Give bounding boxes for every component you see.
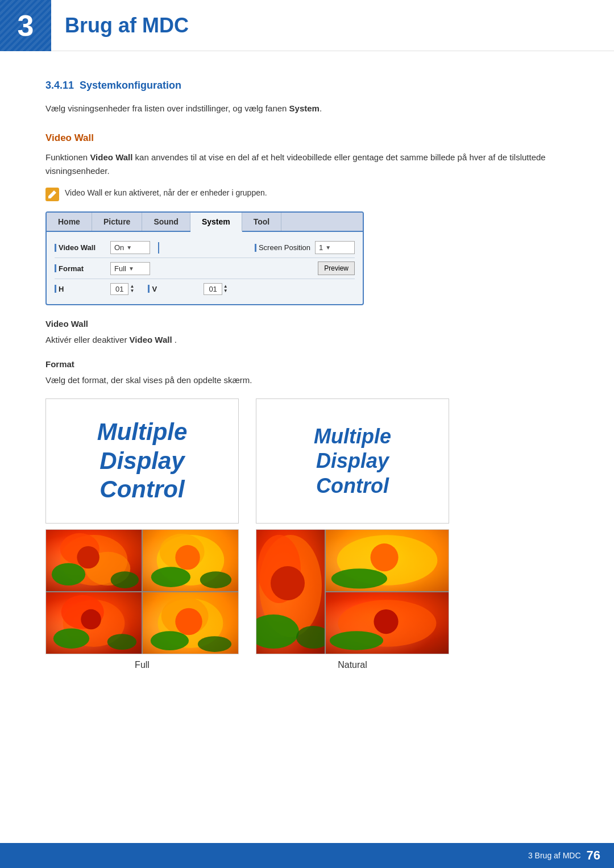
- video-wall-dropdown[interactable]: On ▼: [110, 241, 150, 254]
- svg-point-13: [81, 609, 101, 630]
- svg-point-10: [200, 571, 231, 588]
- svg-point-18: [175, 608, 202, 635]
- svg-point-9: [151, 567, 190, 587]
- video-wall-item-desc: Aktivér eller deaktiver Video Wall .: [45, 333, 569, 347]
- svg-point-23: [271, 566, 305, 600]
- chapter-number-block: 3: [0, 0, 51, 51]
- ui-row-videowall: Video Wall On ▼ Screen Position 1 ▼: [55, 238, 355, 258]
- svg-point-31: [330, 631, 383, 650]
- dropdown-arrow-3: ▼: [128, 265, 134, 272]
- format-natural-block: Multiple Display Control: [256, 398, 449, 670]
- screen-position-dropdown[interactable]: 1 ▼: [315, 241, 355, 254]
- svg-point-30: [374, 609, 398, 634]
- format-item-desc: Vælg det format, der skal vises på den o…: [45, 373, 569, 387]
- photo-cell-n1: [256, 529, 325, 654]
- preview-button[interactable]: Preview: [318, 261, 355, 275]
- tab-home[interactable]: Home: [47, 213, 92, 231]
- h-stepper-arrows[interactable]: ▲▼: [130, 284, 134, 293]
- section-number: 3.4.11: [45, 80, 74, 91]
- h-stepper[interactable]: 01 ▲▼: [110, 283, 134, 295]
- photo-cell-1: [46, 529, 142, 591]
- svg-point-20: [198, 636, 231, 652]
- v-value: 01: [204, 283, 222, 295]
- h-value: 01: [110, 283, 128, 295]
- flower-svg-1: [46, 529, 142, 591]
- ui-panel: Home Picture Sound System Tool Video Wal…: [45, 211, 364, 305]
- video-wall-item-heading: Video Wall: [45, 319, 569, 329]
- dropdown-arrow: ▼: [126, 244, 132, 251]
- format-full-image-top: Multiple Display Control: [45, 398, 239, 524]
- screen-position-value: 1: [319, 243, 323, 252]
- flower-svg-4: [143, 592, 238, 654]
- h-label: H: [55, 285, 106, 293]
- photo-cell-n3: [326, 592, 449, 654]
- header-banner: 3 Brug af MDC: [0, 0, 614, 51]
- subsection-video-wall-heading: Video Wall: [45, 132, 569, 144]
- flower-svg-n3: [326, 592, 449, 654]
- natural-label: Natural: [338, 660, 367, 670]
- footer-page: 76: [587, 848, 600, 863]
- format-value: Full: [114, 264, 126, 273]
- v-stepper-arrows[interactable]: ▲▼: [223, 284, 228, 293]
- note-box: Video Wall er kun aktiveret, når der er …: [45, 187, 569, 201]
- svg-point-14: [53, 628, 89, 649]
- row-divider: [158, 242, 159, 254]
- section-intro: Vælg visningsenheder fra listen over ind…: [45, 102, 569, 115]
- format-dropdown[interactable]: Full ▼: [110, 262, 150, 275]
- flower-svg-n1: [256, 529, 325, 654]
- screen-position-label: Screen Position: [255, 243, 310, 252]
- flower-svg-n2: [326, 529, 449, 591]
- svg-point-5: [111, 571, 139, 588]
- v-label: V: [148, 285, 199, 293]
- svg-point-15: [107, 634, 136, 650]
- video-wall-value: On: [114, 243, 124, 252]
- label-bar-4: [55, 285, 56, 293]
- mdc-logo-full: Multiple Display Control: [97, 418, 188, 504]
- tab-tool[interactable]: Tool: [242, 213, 282, 231]
- photo-grid-natural: [256, 529, 449, 654]
- photo-grid-full: [46, 529, 238, 654]
- format-images-row: Multiple Display Control: [45, 398, 569, 670]
- ui-panel-body: Video Wall On ▼ Screen Position 1 ▼: [47, 232, 363, 304]
- video-wall-description: Funktionen Video Wall kan anvendes til a…: [45, 151, 569, 178]
- chapter-number: 3: [18, 9, 34, 43]
- format-natural-image-top: Multiple Display Control: [256, 398, 449, 524]
- ui-row-format: Format Full ▼ Preview: [55, 258, 355, 279]
- flower-svg-3: [46, 592, 142, 654]
- note-text: Video Wall er kun aktiveret, når der er …: [65, 187, 267, 199]
- svg-point-27: [371, 543, 399, 571]
- chapter-title: Brug af MDC: [51, 14, 189, 38]
- svg-point-8: [175, 545, 200, 570]
- tab-system[interactable]: System: [190, 213, 242, 232]
- tab-sound[interactable]: Sound: [142, 213, 190, 231]
- format-natural-image-bottom: [256, 529, 449, 654]
- section-title: Systemkonfiguration: [80, 80, 181, 91]
- screen-position-group: Screen Position 1 ▼: [255, 241, 355, 254]
- mdc-logo-natural: Multiple Display Control: [314, 424, 391, 498]
- svg-point-4: [52, 563, 85, 585]
- photo-cell-n2: [326, 529, 449, 591]
- format-full-image-bottom: [45, 529, 239, 654]
- main-content: 3.4.11 Systemkonfiguration Vælg visnings…: [0, 51, 614, 716]
- ui-panel-tabs: Home Picture Sound System Tool: [47, 213, 363, 232]
- svg-point-19: [151, 631, 189, 650]
- flower-svg-2: [143, 529, 238, 591]
- photo-cell-2: [143, 529, 238, 591]
- format-full-block: Multiple Display Control: [45, 398, 239, 670]
- svg-point-3: [77, 546, 99, 569]
- ui-row-hv: H 01 ▲▼ V 01 ▲▼: [55, 279, 355, 298]
- v-stepper[interactable]: 01 ▲▼: [204, 283, 227, 295]
- section-heading: 3.4.11 Systemkonfiguration: [45, 80, 569, 92]
- pencil-icon: [48, 190, 57, 199]
- tab-picture[interactable]: Picture: [92, 213, 142, 231]
- video-wall-label: Video Wall: [55, 243, 106, 252]
- dropdown-arrow-2: ▼: [325, 244, 331, 251]
- photo-cell-4: [143, 592, 238, 654]
- full-label: Full: [135, 660, 150, 670]
- note-icon: [45, 188, 59, 201]
- label-bar: [55, 244, 56, 252]
- footer: 3 Brug af MDC 76: [0, 843, 614, 868]
- footer-text: 3 Brug af MDC: [528, 851, 581, 860]
- format-item-heading: Format: [45, 359, 569, 369]
- photo-cell-3: [46, 592, 142, 654]
